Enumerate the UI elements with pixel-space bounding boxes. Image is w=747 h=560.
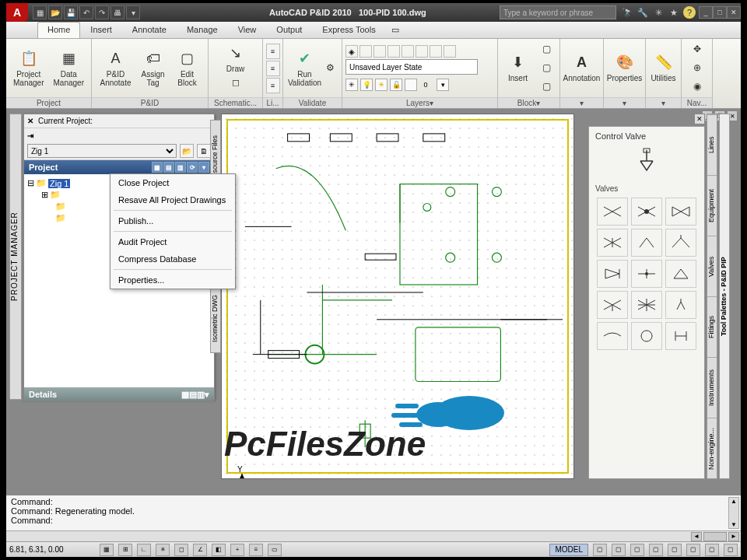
block-tool-1[interactable]: ▢: [538, 41, 555, 58]
draw-button[interactable]: ↘Draw: [216, 44, 255, 73]
pm-view-1[interactable]: ▦: [152, 162, 163, 173]
menu-audit[interactable]: Audit Project: [110, 233, 235, 250]
tree-root[interactable]: Zig 1: [48, 179, 70, 188]
status-ortho[interactable]: ∟: [137, 544, 151, 556]
pm-view-2[interactable]: ▤: [163, 162, 174, 173]
layer-prop-icon[interactable]: ✳: [345, 79, 358, 91]
print-icon[interactable]: 🖶: [110, 5, 124, 19]
pm-det-4[interactable]: ▾: [205, 390, 209, 399]
layer-bulb-icon[interactable]: 💡: [360, 79, 373, 91]
tab-output[interactable]: Output: [266, 22, 312, 38]
pm-view-4[interactable]: ⟳: [187, 162, 198, 173]
project-manager-button[interactable]: 📋Project Manager: [11, 50, 47, 87]
pm-section-project[interactable]: Project ▦▤▥⟳▾: [24, 160, 214, 174]
status-tool-5[interactable]: ▢: [668, 544, 682, 556]
menu-resave-all[interactable]: Resave All Project Drawings: [110, 191, 235, 208]
binoculars-icon[interactable]: 🔭: [621, 6, 633, 19]
layer-btn-3[interactable]: [374, 45, 386, 58]
menu-close-project[interactable]: Close Project: [110, 174, 235, 191]
properties-button[interactable]: 🎨Properties: [607, 54, 643, 82]
status-otrack[interactable]: ∠: [193, 544, 207, 556]
command-line[interactable]: Command: Command: Regenerating model. Co…: [6, 495, 741, 530]
redo-icon[interactable]: ↷: [95, 5, 109, 19]
pm-close-icon[interactable]: ✕: [27, 117, 33, 125]
block-tool-3[interactable]: ▢: [538, 79, 555, 96]
status-tool-6[interactable]: ▢: [686, 544, 700, 556]
qat-dropdown-icon[interactable]: ▾: [126, 5, 140, 19]
status-qp[interactable]: ▭: [268, 544, 282, 556]
pm-det-1[interactable]: ▦: [181, 390, 189, 399]
valve-misc-2[interactable]: [631, 322, 662, 350]
pm-det-2[interactable]: ▤: [189, 390, 197, 399]
maximize-button[interactable]: □: [713, 6, 727, 19]
pid-annotate-button[interactable]: AP&ID Annotate: [99, 50, 133, 87]
pm-pin-icon[interactable]: ⇥: [27, 131, 33, 140]
pm-view-3[interactable]: ▥: [175, 162, 186, 173]
palette-titlebar[interactable]: Tool Palettes - P&ID PIP: [719, 114, 730, 479]
undo-icon[interactable]: ↶: [79, 5, 93, 19]
status-polar[interactable]: ✳: [156, 544, 170, 556]
data-manager-button[interactable]: ▦Data Manager: [51, 50, 87, 87]
valve-globe[interactable]: [631, 198, 662, 226]
nav-tool-3[interactable]: ◉: [689, 79, 706, 96]
layer-btn-2[interactable]: [359, 45, 372, 58]
menu-publish[interactable]: Publish...: [110, 212, 235, 229]
tab-home[interactable]: Home: [37, 22, 80, 38]
tab-insert[interactable]: Insert: [80, 22, 122, 38]
pm-project-dropdown[interactable]: Zig 1: [27, 144, 177, 158]
status-lwt[interactable]: ≡: [249, 544, 263, 556]
infocenter-search[interactable]: Type a keyword or phrase: [500, 5, 616, 19]
edit-block-button[interactable]: ▢Edit Block: [174, 50, 202, 87]
tree-collapse-icon[interactable]: ⊟: [27, 178, 34, 188]
ptab-equipment[interactable]: Equipment: [707, 175, 717, 236]
open-icon[interactable]: 📂: [48, 5, 62, 19]
app-menu-button[interactable]: A: [6, 3, 28, 22]
project-manager-titlebar[interactable]: PROJECT MANAGER: [9, 114, 22, 400]
control-valve-symbol[interactable]: [631, 145, 662, 177]
valve-check[interactable]: [665, 198, 696, 226]
drawing-canvas[interactable]: X Y: [221, 114, 574, 479]
valve-misc-1[interactable]: [597, 322, 628, 350]
li-tool-3[interactable]: ≡: [266, 78, 280, 93]
ptab-instruments[interactable]: Instruments: [707, 357, 717, 418]
panel-label-utilities[interactable]: ▾: [646, 97, 681, 108]
close-button[interactable]: ✕: [727, 6, 741, 19]
layer-btn-8[interactable]: [444, 45, 456, 58]
status-tool-4[interactable]: ▢: [649, 544, 663, 556]
save-icon[interactable]: 💾: [64, 5, 78, 19]
li-tool-2[interactable]: ≡: [266, 61, 280, 76]
ptab-fittings[interactable]: Fittings: [707, 296, 717, 357]
status-tool-8[interactable]: ▢: [724, 544, 738, 556]
menu-compress[interactable]: Compress Database: [110, 250, 235, 268]
utilities-button[interactable]: 📏Utilities: [651, 54, 676, 82]
pm-tool-1[interactable]: 📂: [180, 144, 194, 158]
status-tool-7[interactable]: ▢: [705, 544, 719, 556]
valve-ball[interactable]: [597, 229, 628, 257]
valve-diaphragm[interactable]: [665, 260, 696, 288]
status-ducs[interactable]: ◧: [212, 544, 226, 556]
valve-angle[interactable]: [665, 229, 696, 257]
layer-lock-icon[interactable]: 🔓: [390, 79, 402, 91]
layer-color-swatch[interactable]: [405, 79, 417, 91]
tab-annotate[interactable]: Annotate: [122, 22, 177, 38]
assign-tag-button[interactable]: 🏷Assign Tag: [138, 50, 169, 87]
key-icon[interactable]: 🔧: [637, 6, 649, 19]
tab-express[interactable]: Express Tools: [312, 22, 385, 38]
comm-icon[interactable]: ✳: [652, 6, 665, 19]
hscroll-right[interactable]: ►: [728, 532, 739, 541]
panel-label-layers[interactable]: Layers ▾: [342, 97, 497, 108]
pm-view-5[interactable]: ▾: [198, 162, 209, 173]
valve-relief[interactable]: [665, 291, 696, 319]
minimize-button[interactable]: _: [699, 6, 713, 19]
ptab-valves[interactable]: Valves: [707, 236, 717, 296]
ribbon-overflow-icon[interactable]: ▭: [386, 22, 405, 38]
panel-label-block[interactable]: Block ▾: [498, 97, 559, 108]
hscroll-left[interactable]: ◄: [691, 532, 702, 541]
insert-block-button[interactable]: ⬇Insert: [503, 54, 533, 82]
new-icon[interactable]: ▦: [33, 5, 47, 19]
layer-btn-1[interactable]: ◈: [345, 45, 358, 58]
run-validation-button[interactable]: ✔Run Validation: [288, 50, 321, 87]
valve-butterfly[interactable]: [597, 260, 628, 288]
layer-btn-6[interactable]: [416, 45, 428, 58]
palette-close-icon[interactable]: ✕: [694, 114, 705, 124]
